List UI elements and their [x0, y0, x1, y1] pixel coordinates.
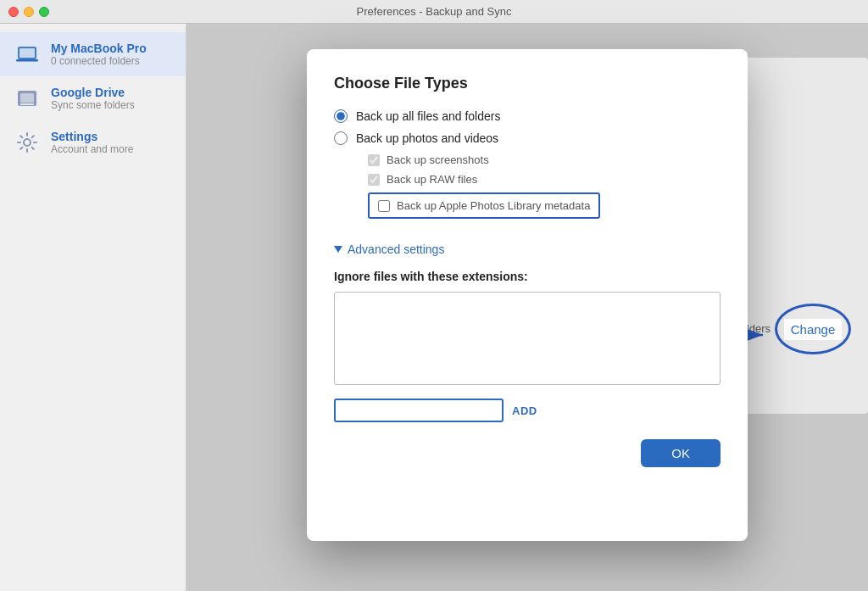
radio-group-files: Back up all files and folders Back up ph… — [334, 109, 721, 231]
gear-icon — [14, 129, 41, 156]
drive-icon — [14, 85, 41, 112]
sidebar: My MacBook Pro 0 connected folders Googl… — [0, 24, 186, 591]
main-content: es and folders Change Choose File Types — [186, 24, 868, 591]
checkbox-apple-label: Back up Apple Photos Library metadata — [397, 199, 590, 212]
sidebar-item-macbook[interactable]: My MacBook Pro 0 connected folders — [0, 32, 186, 76]
svg-rect-1 — [19, 48, 35, 58]
sidebar-drive-sub: Sync some folders — [51, 99, 135, 111]
radio-all-files-label: Back up all files and folders — [356, 109, 500, 123]
ok-btn-row: OK — [334, 439, 721, 467]
add-extension-input[interactable] — [334, 399, 504, 422]
sidebar-item-settings[interactable]: Settings Account and more — [0, 120, 186, 164]
change-button-circle: Change — [775, 304, 851, 354]
svg-point-6 — [24, 139, 31, 146]
close-button[interactable] — [8, 7, 19, 17]
advanced-settings-label: Advanced settings — [348, 243, 444, 256]
radio-photos-videos[interactable]: Back up photos and videos — [334, 131, 721, 145]
radio-all-files-input[interactable] — [334, 109, 348, 123]
ignore-extensions-label: Ignore files with these extensions: — [334, 270, 721, 283]
app-window: My MacBook Pro 0 connected folders Googl… — [0, 24, 868, 591]
sidebar-drive-text: Google Drive Sync some folders — [51, 86, 135, 111]
sidebar-settings-name: Settings — [51, 130, 133, 143]
sidebar-macbook-sub: 0 connected folders — [51, 55, 147, 67]
svg-rect-4 — [20, 93, 34, 103]
triangle-down-icon — [334, 246, 342, 253]
checkbox-screenshots-label: Back up screenshots — [387, 153, 489, 166]
checkbox-raw-label: Back up RAW files — [387, 173, 477, 186]
sidebar-drive-name: Google Drive — [51, 86, 135, 99]
radio-all-files[interactable]: Back up all files and folders — [334, 109, 721, 123]
sidebar-item-googledrive[interactable]: Google Drive Sync some folders — [0, 76, 186, 120]
sidebar-settings-sub: Account and more — [51, 143, 133, 155]
checkbox-screenshots-input[interactable] — [368, 154, 380, 166]
sidebar-macbook-name: My MacBook Pro — [51, 42, 147, 55]
ok-button[interactable]: OK — [641, 439, 721, 467]
add-row: ADD — [334, 399, 721, 422]
titlebar: Preferences - Backup and Sync — [0, 0, 868, 24]
radio-photos-label: Back up photos and videos — [356, 131, 498, 145]
add-button[interactable]: ADD — [512, 404, 537, 417]
window-title: Preferences - Backup and Sync — [357, 5, 512, 18]
svg-rect-2 — [16, 59, 38, 62]
checkbox-screenshots[interactable]: Back up screenshots — [368, 153, 721, 166]
sidebar-settings-text: Settings Account and more — [51, 130, 133, 155]
traffic-lights — [8, 7, 49, 17]
radio-photos-input[interactable] — [334, 131, 348, 145]
extensions-textarea[interactable] — [334, 292, 721, 385]
file-types-dialog: Choose File Types Back up all files and … — [307, 49, 748, 541]
checkbox-raw[interactable]: Back up RAW files — [368, 173, 721, 186]
laptop-icon — [14, 41, 41, 68]
apple-photos-highlight-box: Back up Apple Photos Library metadata — [368, 192, 600, 219]
dialog-title: Choose File Types — [334, 75, 721, 92]
sub-options: Back up screenshots Back up RAW files — [368, 153, 721, 186]
sidebar-macbook-text: My MacBook Pro 0 connected folders — [51, 42, 147, 67]
advanced-settings-toggle[interactable]: Advanced settings — [334, 243, 721, 256]
checkbox-raw-input[interactable] — [368, 174, 380, 186]
change-button[interactable]: Change — [784, 319, 843, 340]
checkbox-apple-input[interactable] — [378, 200, 390, 212]
minimize-button[interactable] — [24, 7, 34, 17]
maximize-button[interactable] — [39, 7, 49, 17]
